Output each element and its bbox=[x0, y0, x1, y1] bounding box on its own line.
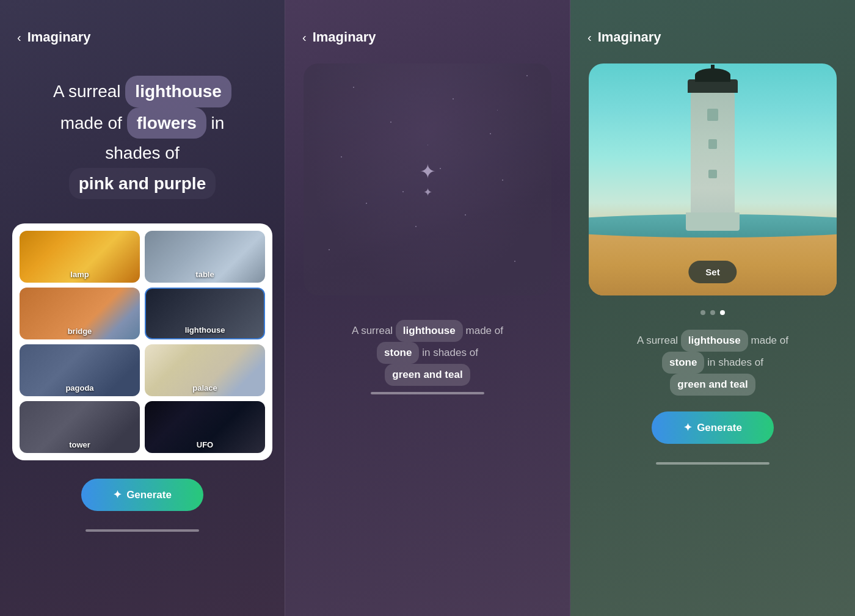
result-prompt-pre1: A surreal bbox=[637, 335, 681, 346]
header-3: ‹ Imaginary bbox=[570, 0, 855, 57]
tower-window2 bbox=[708, 139, 717, 149]
generate-label-1: Generate bbox=[126, 489, 172, 501]
prompt-highlight-2: flowers bbox=[127, 107, 206, 139]
prompt-pre-1: A surreal bbox=[53, 82, 125, 101]
sparkle-big-icon: ✦ bbox=[420, 160, 436, 183]
prompt-area-1: A surreal lighthouse made of flowers in … bbox=[0, 57, 285, 217]
app-title-3: Imaginary bbox=[598, 29, 661, 45]
sparkle-icon-1: ✦ bbox=[113, 488, 122, 501]
sparkles-indicator: ✦ ✦ bbox=[420, 160, 436, 199]
sparkle-icon-3: ✦ bbox=[683, 421, 692, 434]
tower-window3 bbox=[708, 170, 717, 178]
gen-prompt-highlight2: stone bbox=[377, 342, 419, 364]
grid-label-lamp: lamp bbox=[20, 266, 140, 283]
back-icon-3[interactable]: ‹ bbox=[588, 31, 592, 45]
grid-item-lighthouse[interactable]: lighthouse bbox=[145, 288, 265, 339]
grid-label-pagoda: pagoda bbox=[20, 380, 140, 396]
gen-prompt-area: A surreal lighthouse made of stone in sh… bbox=[285, 302, 570, 392]
tower-base bbox=[686, 212, 740, 231]
dot-2[interactable] bbox=[710, 310, 715, 315]
grid-item-lamp[interactable]: lamp bbox=[20, 231, 140, 283]
panel-2: ‹ Imaginary ✦ ✦ A surreal lig bbox=[285, 0, 570, 616]
result-prompt-pre2: made of bbox=[751, 335, 788, 346]
particles bbox=[304, 63, 551, 295]
tower-body bbox=[691, 90, 735, 231]
grid-item-tower[interactable]: tower bbox=[20, 401, 140, 453]
gen-prompt-highlight3: green and teal bbox=[385, 364, 470, 386]
generating-image: ✦ ✦ bbox=[304, 63, 551, 295]
grid-label-palace: palace bbox=[145, 380, 265, 396]
app-title-2: Imaginary bbox=[313, 29, 376, 45]
result-prompt-highlight3: green and teal bbox=[670, 374, 755, 396]
bottom-bar-3 bbox=[656, 462, 770, 465]
generate-label-3: Generate bbox=[697, 422, 742, 434]
dots-indicator bbox=[570, 310, 855, 315]
prompt-in: in bbox=[211, 114, 224, 132]
header-2: ‹ Imaginary bbox=[285, 0, 570, 57]
back-icon-2[interactable]: ‹ bbox=[302, 31, 307, 45]
grid-item-palace[interactable]: palace bbox=[145, 344, 265, 396]
grid-label-tower: tower bbox=[20, 437, 140, 453]
result-prompt-area: A surreal lighthouse made of stone in sh… bbox=[570, 319, 855, 399]
prompt-shades: shades of bbox=[105, 143, 179, 162]
bottom-bar-1 bbox=[86, 529, 199, 532]
app-title-1: Imaginary bbox=[27, 29, 91, 45]
gen-prompt-pre1: A surreal bbox=[352, 325, 396, 336]
tower-antenna bbox=[711, 65, 715, 72]
tower-window1 bbox=[707, 109, 718, 121]
result-prompt-pre3: in shades of bbox=[707, 357, 763, 368]
grid-item-ufo[interactable]: UFO bbox=[145, 401, 265, 453]
grid-item-table[interactable]: table bbox=[145, 231, 265, 283]
gen-prompt-highlight1: lighthouse bbox=[396, 320, 463, 342]
grid-label-table: table bbox=[145, 266, 265, 283]
grid-label-lighthouse: lighthouse bbox=[146, 322, 264, 338]
bottom-bar-2 bbox=[371, 392, 484, 394]
panel-1: ‹ Imaginary A surreal lighthouse made of… bbox=[0, 0, 285, 616]
back-icon-1[interactable]: ‹ bbox=[17, 31, 21, 45]
result-prompt-highlight1: lighthouse bbox=[681, 330, 748, 352]
grid-item-pagoda[interactable]: pagoda bbox=[20, 344, 140, 396]
generate-button-3[interactable]: ✦ Generate bbox=[652, 411, 774, 444]
header-1: ‹ Imaginary bbox=[0, 0, 285, 57]
suggestion-grid: lamp table bridge lighthouse pagoda pala… bbox=[12, 223, 272, 460]
gen-prompt-pre2: made of bbox=[466, 325, 503, 336]
generate-button-1[interactable]: ✦ Generate bbox=[81, 479, 203, 511]
sparkle-small-icon: ✦ bbox=[423, 186, 432, 199]
gen-prompt-pre3: in shades of bbox=[422, 347, 478, 358]
prompt-highlight-1: lighthouse bbox=[125, 76, 231, 107]
prompt-highlight-3: pink and purple bbox=[69, 168, 216, 200]
prompt-made-of: made of bbox=[60, 114, 127, 132]
dot-1[interactable] bbox=[700, 310, 705, 315]
panel-3: ‹ Imaginary Set A surreal lighthouse bbox=[570, 0, 855, 616]
result-image-container: Set bbox=[589, 63, 837, 295]
grid-label-bridge: bridge bbox=[20, 323, 140, 339]
result-prompt-highlight2: stone bbox=[662, 352, 704, 374]
grid-item-bridge[interactable]: bridge bbox=[20, 288, 140, 339]
dot-3[interactable] bbox=[720, 310, 725, 315]
set-button[interactable]: Set bbox=[688, 261, 737, 283]
grid-label-ufo: UFO bbox=[145, 437, 265, 453]
